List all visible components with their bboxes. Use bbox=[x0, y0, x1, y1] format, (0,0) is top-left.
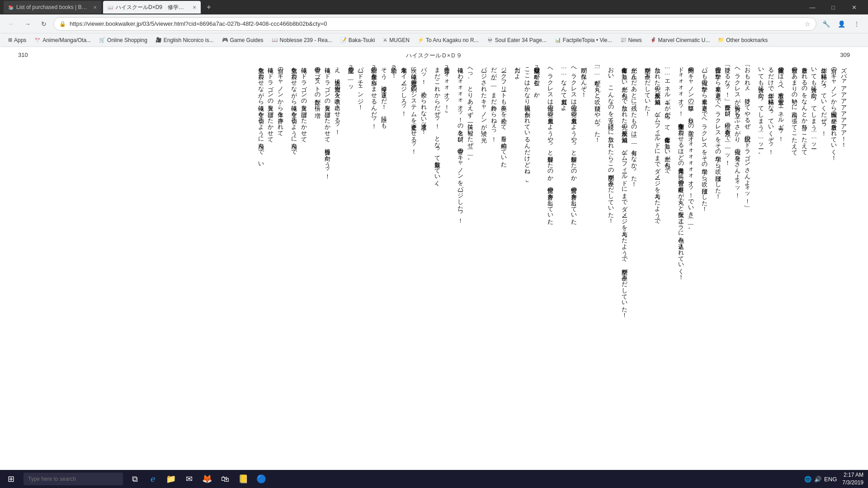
souleater-icon: 💀 bbox=[487, 37, 493, 43]
manga-col-1: ズバァアアアアアアアア！！ 肩のキャノンから極大の一発が放射されていく！ 体が精… bbox=[787, 63, 850, 456]
nav-right-icons: 🔧 👤 ⋮ bbox=[819, 17, 863, 31]
anime-label: Anime/Manga/Ota... bbox=[42, 37, 91, 43]
manga-col-15: 『曹操ォォォォオッ！』 まだこれからだぜッ！ となって露散していく。 bbox=[430, 63, 453, 456]
start-button[interactable]: ⊞ bbox=[0, 470, 22, 488]
taskbar-icons: ⧉ ℯ 📁 ✉ 🦊 🛍 📒 🔵 bbox=[127, 471, 269, 487]
bookmark-noblesse[interactable]: 📖 Noblesse 239 - Rea... bbox=[268, 35, 336, 46]
bookmark-apps[interactable]: ⊞ Apps bbox=[5, 35, 30, 46]
shopping-icon: 🛒 bbox=[99, 37, 105, 43]
store-icon[interactable]: 🛍 bbox=[217, 471, 233, 487]
bookmark-factpile[interactable]: 📊 FactpileTopia • Vie... bbox=[551, 35, 616, 46]
profile-button[interactable]: 👤 bbox=[835, 17, 848, 31]
manga-col-2: 英雄派のほうへ放出す大量のエネルギーッ！ るだけで体が精一杯になっていくぞッ！ … bbox=[754, 63, 787, 456]
bookmark-gameguides[interactable]: 🎮 Game Guides bbox=[218, 35, 267, 46]
lock-icon: 🔒 bbox=[59, 21, 66, 27]
souleater-label: Soul Eater 34 Page... bbox=[495, 37, 547, 43]
tab-1[interactable]: 📚 List of purchased books | BOOK ✕ bbox=[4, 1, 101, 14]
bookmark-marvel[interactable]: 🦸 Marvel Cinematic U... bbox=[646, 35, 714, 46]
page-numbers: 310 ハイスクールＤ×Ｄ９ 309 bbox=[18, 52, 850, 60]
niconico-icon: 🎥 bbox=[156, 37, 162, 43]
manga-col-6: ……エネルギーが広がって、町全体を激しい光が包んで、 放たれた先の風景が消滅し、… bbox=[640, 63, 674, 456]
taskbar: ⊞ ⧉ ℯ 📁 ✉ 🦊 🛍 📒 🔵 🌐 🔊 ENG 2:17 AM 7/3/20… bbox=[0, 470, 868, 488]
mugen-label: MUGEN bbox=[389, 37, 410, 43]
back-button[interactable]: ← bbox=[5, 17, 18, 31]
sticky-notes-icon[interactable]: 📒 bbox=[235, 471, 251, 487]
apps-icon: ⊞ bbox=[8, 37, 12, 43]
address-bar[interactable]: 🔒 https://viewer.bookwalker.jp/03/5/view… bbox=[53, 17, 816, 31]
manga-col-20: 肩のキャノンから体を押されて、 俺はドラゴンの翼を羽ばたかせて、 空気を震わせな… bbox=[254, 63, 287, 456]
manga-columns: ズバァアアアアアアアア！！ 肩のキャノンから極大の一発が放射されていく！ 体が精… bbox=[18, 63, 850, 465]
bookmark-other[interactable]: 📁 Other bookmarks bbox=[714, 35, 771, 46]
manga-col-5: 外間のキャノンの一撃は、奴らの遥かオォォォォォォオッ！でいき——。 ドォォォォオ… bbox=[674, 63, 697, 456]
minimize-button[interactable]: — bbox=[802, 0, 823, 14]
manga-col-11: ヘラクレスは俺の一発の威力をようやっと理解したのか、驚愕の声音を出していた。 bbox=[543, 63, 557, 456]
tab1-label: List of purchased books | BOOK bbox=[16, 4, 89, 10]
gameguides-icon: 🎮 bbox=[222, 37, 228, 43]
clock-time: 2:17 AM bbox=[842, 471, 863, 479]
task-view-icon[interactable]: ⧉ bbox=[127, 471, 143, 487]
bookmarks-bar: ⊞ Apps 🎌 Anime/Manga/Ota... 🛒 Online Sho… bbox=[0, 33, 868, 47]
tab-2[interactable]: 📖 ハイスクールD×D9 修学旅行はパン ✕ bbox=[103, 1, 201, 14]
network-icon: 🌐 bbox=[804, 476, 811, 483]
bookmark-souleater[interactable]: 💀 Soul Eater 34 Page... bbox=[483, 35, 550, 46]
refresh-button[interactable]: ↻ bbox=[37, 17, 51, 31]
bookmark-bakatsuki[interactable]: 📝 Baka-Tsuki bbox=[337, 35, 379, 46]
explorer-icon[interactable]: 📁 bbox=[163, 471, 179, 487]
clock-date: 7/3/2019 bbox=[842, 479, 863, 487]
page-number-right: 309 bbox=[840, 52, 850, 60]
tab1-favicon: 📚 bbox=[8, 5, 14, 10]
bookmark-star-icon[interactable]: ☆ bbox=[805, 20, 811, 28]
manga-col-7: 光が止んだあとに残ったものは——何もなかった！ 町全体を激しい光が包んで放たれた… bbox=[617, 63, 641, 456]
close-button[interactable]: ✕ bbox=[844, 0, 864, 14]
tab1-close[interactable]: ✕ bbox=[93, 5, 97, 10]
taskbar-search[interactable] bbox=[24, 473, 123, 485]
manga-page: 310 ハイスクールＤ×Ｄ９ 309 ズバァアアアアアアアア！！ 肩のキャノンか… bbox=[0, 47, 868, 470]
apps-label: Apps bbox=[14, 37, 26, 43]
manga-col-18: え、盛大に魔力の火を噴き出させるッ！ 俺はドラゴンの翼を羽ばたかせて、曹操に向か… bbox=[310, 63, 344, 456]
mugen-icon: ⚔ bbox=[383, 37, 387, 43]
news-label: News bbox=[628, 37, 642, 43]
niconico-label: English Niconico is... bbox=[164, 37, 214, 43]
window-controls: — □ ✕ bbox=[802, 0, 864, 14]
news-icon: 📰 bbox=[620, 37, 627, 43]
bookmark-shopping[interactable]: 🛒 Online Shopping bbox=[95, 35, 151, 46]
noblesse-icon: 📖 bbox=[272, 37, 278, 43]
mail-icon[interactable]: ✉ bbox=[181, 471, 197, 487]
lang-indicator: ENG bbox=[824, 476, 837, 483]
page-number-left: 310 bbox=[18, 52, 28, 60]
page-title: ハイスクールＤ×Ｄ９ bbox=[406, 52, 462, 60]
tab2-close[interactable]: ✕ bbox=[193, 5, 196, 10]
bakatsuki-label: Baka-Tsuki bbox=[349, 37, 375, 43]
bookmark-anime[interactable]: 🎌 Anime/Manga/Ota... bbox=[31, 35, 94, 46]
shopping-label: Online Shopping bbox=[107, 37, 147, 43]
edge-icon[interactable]: ℯ bbox=[145, 471, 161, 487]
bookmark-mugen[interactable]: ⚔ MUGEN bbox=[379, 35, 413, 46]
noblesse-label: Noblesse 239 - Rea... bbox=[280, 37, 332, 43]
tab2-favicon: 📖 bbox=[108, 5, 113, 10]
maximize-button[interactable]: □ bbox=[823, 0, 844, 14]
manga-col-19: 俺はドラゴンの翼を羽ばたかせて、 空気を震わせながら俺は空を切るように飛んで bbox=[287, 63, 310, 456]
firefox-icon[interactable]: 🦊 bbox=[199, 471, 215, 487]
factpile-icon: 📊 bbox=[555, 37, 561, 43]
tab2-label: ハイスクールD×D9 修学旅行はパン bbox=[116, 4, 188, 11]
manga-col-8: おい、こんなのを立て続けに放たれたらこの空間が歪みだしていた！ bbox=[604, 63, 617, 456]
marvel-label: Marvel Cinematic U... bbox=[658, 37, 710, 43]
manga-col-17: パードチェンジ！ 『龍星』の——ッ bbox=[344, 63, 367, 456]
manga-text-area: ズバァアアアアアアアア！！ 肩のキャノンから極大の一発が放射されていく！ 体が精… bbox=[18, 63, 850, 465]
bookmark-news[interactable]: 📰 News bbox=[617, 35, 646, 46]
url-text: https://viewer.bookwalker.jp/03/5/viewer… bbox=[70, 20, 801, 27]
forward-button[interactable]: → bbox=[21, 17, 34, 31]
new-tab-button[interactable]: + bbox=[203, 1, 215, 14]
title-bar: 📚 List of purchased books | BOOK ✕ 📖 ハイス… bbox=[0, 0, 868, 14]
bookmark-toaru[interactable]: ⚡ To Aru Kagaku no R... bbox=[414, 35, 482, 46]
bakatsuki-icon: 📝 bbox=[340, 37, 347, 43]
taskbar-right: 🌐 🔊 ENG 2:17 AM 7/3/2019 bbox=[804, 471, 868, 487]
extensions-button[interactable]: 🔧 bbox=[819, 17, 833, 31]
nav-bar: ← → ↻ 🔒 https://viewer.bookwalker.jp/03/… bbox=[0, 14, 868, 33]
other-icon: 📁 bbox=[718, 37, 724, 43]
bookmark-niconico[interactable]: 🎥 English Niconico is... bbox=[152, 35, 217, 46]
menu-button[interactable]: ⋮ bbox=[850, 17, 863, 31]
manga-col-9: 「……町が丸ごと吹っ飛びやがった！ bbox=[590, 63, 604, 456]
unknown-icon[interactable]: 🔵 bbox=[253, 471, 269, 487]
search-input[interactable] bbox=[28, 476, 109, 482]
